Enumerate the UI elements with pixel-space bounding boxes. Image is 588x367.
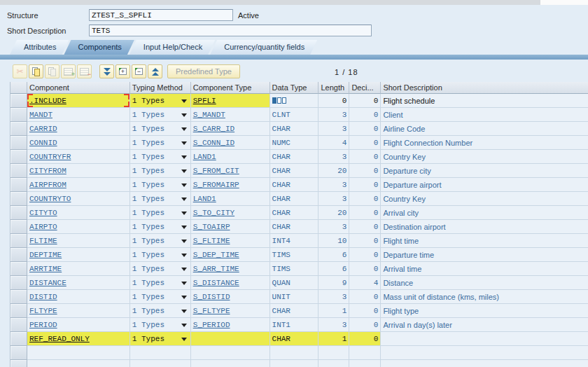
- short-description-cell[interactable]: Departure city: [381, 164, 588, 178]
- component-cell[interactable]: DISTID: [27, 290, 130, 304]
- length-cell[interactable]: [318, 346, 349, 360]
- short-description-cell[interactable]: Flight time: [381, 234, 588, 248]
- component-type-cell[interactable]: S_TOAIRP: [191, 220, 270, 234]
- length-cell[interactable]: 0: [318, 94, 349, 108]
- typing-method-cell[interactable]: 1 Types: [130, 234, 191, 248]
- length-cell[interactable]: 3: [318, 290, 349, 304]
- component-cell[interactable]: CONNID: [27, 136, 130, 150]
- data-type-cell[interactable]: CHAR: [270, 178, 319, 192]
- typing-method-cell[interactable]: 1 Types: [130, 150, 191, 164]
- data-type-cell[interactable]: CHAR: [270, 122, 319, 136]
- header-component-type[interactable]: Component Type: [191, 82, 270, 94]
- component-type-cell[interactable]: S_FROM_CIT: [191, 164, 270, 178]
- dropdown-arrow-icon[interactable]: [181, 226, 187, 229]
- length-cell[interactable]: 3: [318, 122, 349, 136]
- component-cell[interactable]: CITYTO: [27, 206, 130, 220]
- length-cell[interactable]: 9: [318, 276, 349, 290]
- component-cell[interactable]: PERIOD: [27, 318, 130, 332]
- short-description-cell[interactable]: Flight Connection Number: [381, 136, 588, 150]
- decimals-cell[interactable]: 0: [349, 318, 381, 332]
- length-cell[interactable]: [318, 360, 349, 367]
- component-cell[interactable]: AIRPTO: [27, 220, 130, 234]
- dropdown-arrow-icon[interactable]: [181, 198, 187, 201]
- row-selector[interactable]: [10, 262, 27, 276]
- short-description-cell[interactable]: [381, 332, 588, 346]
- decimals-cell[interactable]: 0: [349, 234, 381, 248]
- component-type-link[interactable]: S_CARR_ID: [193, 125, 234, 133]
- tab-currency-quantity-fields[interactable]: Currency/quantity fields: [210, 40, 317, 55]
- row-selector[interactable]: [10, 108, 27, 122]
- component-cell[interactable]: FLTYPE: [27, 304, 130, 318]
- data-type-cell[interactable]: TIMS: [270, 248, 319, 262]
- typing-method-cell[interactable]: 1 Types: [130, 108, 191, 122]
- scroll-to-top-button[interactable]: [148, 64, 162, 78]
- dropdown-arrow-icon[interactable]: [181, 99, 187, 103]
- component-type-link[interactable]: LAND1: [193, 153, 216, 161]
- component-link[interactable]: ARRTIME: [29, 265, 62, 273]
- decimals-cell[interactable]: 4: [349, 276, 381, 290]
- header-short-description[interactable]: Short Description: [381, 82, 588, 94]
- insert-entry-button[interactable]: +: [115, 64, 130, 78]
- component-type-cell[interactable]: S_CARR_ID: [191, 122, 270, 136]
- row-selector[interactable]: [10, 290, 27, 304]
- typing-method-cell[interactable]: 1 Types: [130, 206, 191, 220]
- component-cell[interactable]: REF_READ_ONLY: [27, 332, 130, 346]
- typing-method-cell[interactable]: 1 Types: [130, 262, 191, 276]
- dropdown-arrow-icon[interactable]: [181, 310, 187, 313]
- component-link[interactable]: FLTIME: [29, 237, 57, 245]
- decimals-cell[interactable]: [349, 346, 381, 360]
- component-type-cell[interactable]: S_ARR_TIME: [191, 262, 270, 276]
- component-type-link[interactable]: S_MANDT: [193, 111, 225, 119]
- component-type-cell[interactable]: S_PERIOD: [191, 318, 270, 332]
- component-cell[interactable]: COUNTRYTO: [27, 192, 130, 206]
- component-type-cell[interactable]: [191, 346, 270, 360]
- data-type-cell[interactable]: CHAR: [270, 206, 319, 220]
- paste-button[interactable]: [45, 64, 59, 78]
- component-link[interactable]: DEPTIME: [29, 251, 62, 259]
- data-type-cell[interactable]: CHAR: [270, 304, 319, 318]
- component-type-cell[interactable]: S_DISTANCE: [191, 276, 270, 290]
- typing-method-cell[interactable]: 1 Types: [130, 220, 191, 234]
- component-type-link[interactable]: S_TOAIRP: [193, 223, 230, 231]
- delete-entry-button[interactable]: −: [132, 64, 146, 78]
- component-link[interactable]: PERIOD: [29, 321, 57, 329]
- component-cell[interactable]: COUNTRYFR: [27, 150, 130, 164]
- header-typing-method[interactable]: Typing Method: [130, 82, 191, 94]
- row-selector[interactable]: [10, 136, 27, 150]
- component-cell[interactable]: DEPTIME: [27, 248, 130, 262]
- data-type-cell[interactable]: [270, 346, 319, 360]
- component-type-cell[interactable]: S_FLTYPE: [191, 304, 270, 318]
- row-selector[interactable]: [10, 206, 27, 220]
- component-type-cell[interactable]: S_MANDT: [191, 108, 270, 122]
- cut-button[interactable]: ✂: [13, 64, 27, 78]
- dropdown-arrow-icon[interactable]: [181, 141, 187, 145]
- data-type-cell[interactable]: CHAR: [270, 164, 319, 178]
- dropdown-arrow-icon[interactable]: [181, 155, 187, 159]
- dropdown-arrow-icon[interactable]: [181, 184, 187, 187]
- component-type-cell[interactable]: LAND1: [191, 150, 270, 164]
- data-type-cell[interactable]: CLNT: [270, 108, 319, 122]
- component-cell[interactable]: ARRTIME: [27, 262, 130, 276]
- header-component[interactable]: Component: [27, 82, 130, 94]
- decimals-cell[interactable]: [349, 360, 381, 367]
- component-type-link[interactable]: S_DISTID: [193, 293, 230, 301]
- component-type-link[interactable]: LAND1: [193, 195, 216, 203]
- predefined-type-button[interactable]: Predefined Type: [167, 64, 240, 78]
- scroll-to-bottom-button[interactable]: [99, 64, 114, 78]
- row-selector[interactable]: [10, 346, 27, 360]
- typing-method-cell[interactable]: 1 Types: [130, 164, 191, 178]
- component-cell[interactable]: [27, 360, 130, 367]
- component-type-cell[interactable]: S_FROMAIRP: [191, 178, 270, 192]
- short-description-cell[interactable]: Client: [381, 108, 588, 122]
- row-selector[interactable]: [10, 94, 27, 108]
- component-link[interactable]: MANDT: [29, 111, 52, 119]
- decimals-cell[interactable]: 0: [349, 108, 381, 122]
- row-selector[interactable]: [10, 360, 27, 367]
- component-cell[interactable]: DISTANCE: [27, 276, 130, 290]
- tab-components[interactable]: Components: [64, 40, 134, 55]
- decimals-cell[interactable]: 0: [349, 164, 381, 178]
- component-type-link[interactable]: S_FLTIME: [193, 237, 230, 245]
- typing-method-cell[interactable]: 1 Types: [130, 248, 191, 262]
- row-selector[interactable]: [10, 192, 27, 206]
- short-description-cell[interactable]: Country Key: [381, 192, 588, 206]
